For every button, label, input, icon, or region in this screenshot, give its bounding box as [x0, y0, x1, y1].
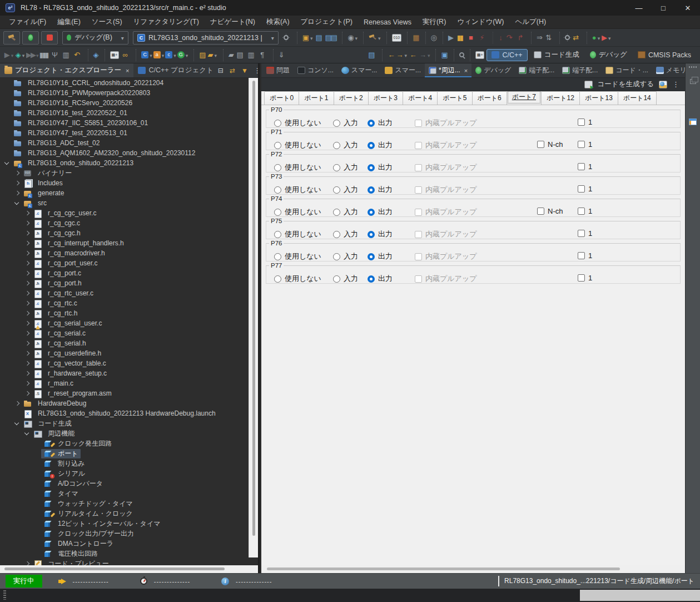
editor-tab[interactable]: コード・... — [602, 63, 652, 77]
fast-forward-icon[interactable]: ▶▶ — [26, 49, 38, 61]
tree-chevron-icon[interactable] — [22, 249, 31, 258]
minimize-button[interactable]: — — [627, 0, 651, 16]
tree-item[interactable]: src — [0, 198, 250, 208]
stop-button[interactable] — [41, 31, 58, 45]
tree-item[interactable]: r_hardware_setup.c — [0, 368, 250, 378]
step-return-icon[interactable]: ↱ — [515, 32, 526, 44]
tree-chevron-icon[interactable] — [32, 539, 41, 548]
profiler-icon[interactable]: Ψ — [49, 49, 61, 61]
launch-gear-button[interactable] — [281, 32, 292, 44]
port-tab[interactable]: ポート7 — [507, 91, 542, 105]
radio-output-selected[interactable]: 出力 — [368, 207, 393, 217]
launch-config-combo[interactable]: C RL78G13_ondo_shitudo_20221213 | — [133, 31, 279, 45]
port-tab[interactable]: ポート13 — [579, 91, 618, 105]
tree-chevron-icon[interactable] — [12, 409, 21, 418]
checkbox-icon[interactable] — [578, 274, 585, 282]
port-tab[interactable]: ポート14 — [618, 91, 657, 105]
tree-item[interactable]: RL78G10Y16_test_20220522_01 — [0, 108, 250, 118]
step-into-icon[interactable]: ↓ — [493, 32, 504, 44]
open-perspective-icon[interactable]: ▦+ — [470, 49, 485, 61]
tree-item[interactable]: RL78G13_AQM1602_AM2320_ondo_shitudo_2023… — [0, 148, 250, 158]
tree-item[interactable]: RL78G13_ADC_test_02 — [0, 138, 250, 148]
tree-chevron-icon[interactable] — [32, 479, 41, 488]
tree-chevron-icon[interactable] — [2, 88, 11, 97]
tree-item[interactable]: 電圧検出回路 — [0, 549, 250, 559]
tree-item[interactable]: クロック発生回路 — [0, 438, 250, 448]
resume-icon[interactable]: ▶ — [443, 32, 454, 44]
terminate-icon[interactable]: ■ — [465, 32, 476, 44]
checkbox-output-1[interactable]: 1 — [578, 118, 592, 126]
radio-unused[interactable]: 使用しない — [274, 185, 321, 195]
tree-item[interactable]: r_reset_program.asm — [0, 388, 250, 398]
tree-item[interactable]: r_cg_port_user.c — [0, 258, 250, 268]
tree-chevron-icon[interactable] — [12, 419, 21, 428]
radio-icon[interactable] — [333, 186, 340, 194]
tree-chevron-icon[interactable] — [22, 379, 31, 388]
tree-chevron-icon[interactable] — [22, 359, 31, 368]
tree-item[interactable]: クロック出力/ブザー出力 — [0, 529, 250, 539]
radio-input[interactable]: 入力 — [333, 251, 358, 261]
checkbox-output-1[interactable]: 1 — [578, 185, 592, 193]
menu-item[interactable]: 実行(R) — [417, 16, 451, 28]
tree-item[interactable]: r_cg_serial.c — [0, 328, 250, 338]
checkbox-icon[interactable] — [578, 141, 585, 148]
binary-file-icon[interactable]: 010 — [386, 32, 403, 44]
scrollbar-thumb[interactable] — [267, 568, 620, 570]
trace-icon[interactable]: ⇅ — [543, 32, 554, 44]
view-menu-icon[interactable]: ⋮ — [672, 80, 679, 88]
editor-horizontal-scrollbar[interactable] — [261, 565, 685, 573]
radio-icon[interactable] — [274, 209, 281, 216]
radio-icon[interactable] — [333, 275, 340, 283]
radio-selected-icon[interactable] — [368, 120, 375, 127]
radio-selected-icon[interactable] — [368, 253, 375, 260]
tree-chevron-icon[interactable] — [22, 289, 31, 298]
perspective-codegen[interactable]: コード生成 — [529, 48, 584, 61]
radio-selected-icon[interactable] — [368, 164, 375, 171]
minimized-view-icon[interactable] — [689, 119, 697, 125]
radio-output-selected[interactable]: 出力 — [368, 185, 393, 195]
tree-item[interactable]: r_cg_cgc.c — [0, 218, 250, 228]
checkbox-output-1[interactable]: 1 — [578, 140, 592, 149]
tree-item[interactable]: RL78G10Y16_RCServo_20220526 — [0, 98, 250, 108]
tree-chevron-icon[interactable] — [32, 529, 41, 538]
debug-type-combo[interactable]: デバッグ(B) — [62, 31, 128, 45]
skip-breakpoints-icon[interactable]: ◉ — [342, 32, 358, 44]
radio-icon[interactable] — [333, 253, 340, 260]
checkbox-icon[interactable] — [578, 163, 585, 170]
menu-item[interactable]: ファイル(F) — [3, 16, 52, 28]
menu-item[interactable]: リファクタリング(T) — [128, 16, 205, 28]
radio-input[interactable]: 入力 — [333, 162, 358, 172]
radio-output-selected[interactable]: 出力 — [368, 162, 393, 172]
checkbox-icon[interactable] — [578, 252, 585, 259]
tree-item[interactable]: r_cg_serial_user.c — [0, 318, 250, 328]
tree-item[interactable]: バイナリー — [0, 168, 250, 178]
tree-item[interactable]: r_cg_userdefine.h — [0, 348, 250, 358]
tree-chevron-icon[interactable] — [22, 299, 31, 308]
maximize-button[interactable]: □ — [651, 0, 676, 16]
radio-input[interactable]: 入力 — [333, 185, 358, 195]
radio-output-selected[interactable]: 出力 — [368, 251, 393, 261]
tree-chevron-icon[interactable] — [2, 159, 11, 167]
radio-selected-icon[interactable] — [368, 209, 375, 216]
import-icon[interactable]: ⇓ — [273, 49, 285, 61]
tree-item[interactable]: r_cg_port.h — [0, 278, 250, 288]
drag-grip-icon[interactable] — [689, 66, 697, 68]
tree-item[interactable]: 周辺機能 — [0, 428, 250, 438]
tree-chevron-icon[interactable] — [22, 279, 31, 288]
tree-item[interactable]: r_cg_cgc_user.c — [0, 208, 250, 218]
editor-tab[interactable]: 端子配... — [515, 63, 558, 77]
tree-chevron-icon[interactable] — [2, 78, 11, 87]
new-c-project-icon[interactable]: C — [136, 49, 153, 61]
run-launch-icon[interactable]: ▶ — [600, 32, 612, 44]
port-tab[interactable]: ポート6 — [472, 91, 507, 105]
radio-output-selected[interactable]: 出力 — [368, 274, 393, 284]
radio-icon[interactable] — [274, 186, 281, 194]
new-wizard-icon[interactable]: ▣ — [297, 32, 314, 44]
tree-chevron-icon[interactable] — [22, 219, 31, 228]
tree-item[interactable]: RL78G13_ondo_shitudo_20221213 — [0, 158, 250, 168]
tree-chevron-icon[interactable] — [12, 169, 21, 177]
tree-item[interactable]: r_cg_macrodriver.h — [0, 248, 250, 258]
checkbox-icon[interactable] — [537, 141, 544, 148]
tree-item[interactable]: generate — [0, 188, 250, 198]
close-icon[interactable]: × — [464, 67, 468, 74]
